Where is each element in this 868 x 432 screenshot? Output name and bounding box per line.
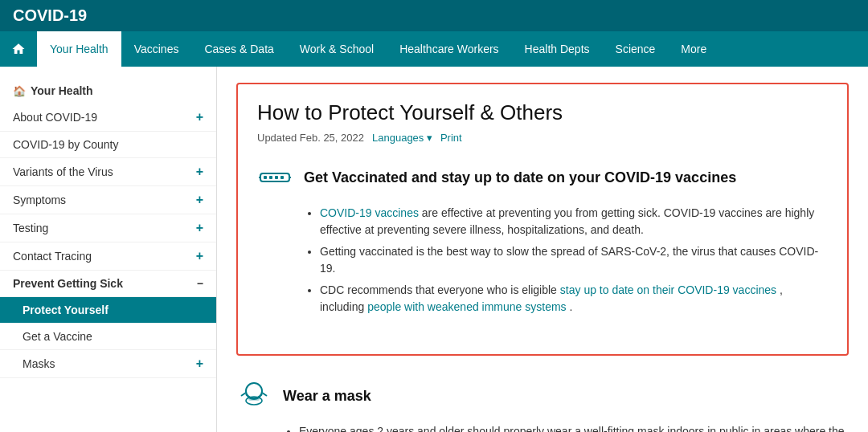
covid-vaccines-link[interactable]: COVID-19 vaccines — [320, 206, 419, 219]
section-vaccines-body: COVID-19 vaccines are effective at preve… — [257, 205, 828, 316]
sidebar: 🏠 Your Health About COVID-19 + COVID-19 … — [0, 67, 217, 432]
sidebar-item-contact-tracing[interactable]: Contact Tracing + — [0, 242, 216, 271]
svg-rect-10 — [248, 397, 260, 401]
vaccine-bullet-1: COVID-19 vaccines are effective at preve… — [320, 205, 828, 238]
banner-title: COVID-19 — [13, 6, 87, 24]
main-layout: 🏠 Your Health About COVID-19 + COVID-19 … — [0, 67, 868, 432]
svg-line-9 — [262, 393, 267, 396]
vaccine-bullet-2: Getting vaccinated is the best way to sl… — [320, 243, 828, 277]
section-vaccines-header: Get Vaccinated and stay up to date on yo… — [257, 160, 828, 195]
page-meta: Updated Feb. 25, 2022 Languages ▾ Print — [257, 132, 828, 144]
section-mask-header: Wear a mask — [236, 378, 849, 414]
section-vaccines: Get Vaccinated and stay up to date on yo… — [257, 160, 828, 316]
nav-item-cases-data[interactable]: Cases & Data — [191, 31, 286, 67]
nav-item-science[interactable]: Science — [603, 31, 669, 67]
svg-line-8 — [241, 393, 246, 396]
mask-bullet-1: Everyone ages 2 years and older should p… — [299, 423, 849, 432]
svg-rect-3 — [275, 176, 278, 179]
section-mask-title: Wear a mask — [283, 388, 371, 405]
nav-item-your-health[interactable]: Your Health — [37, 31, 121, 67]
house-icon: 🏠 — [13, 85, 26, 97]
nav-item-work-school[interactable]: Work & School — [287, 31, 387, 67]
plus-icon-masks: + — [196, 357, 203, 371]
print-link[interactable]: Print — [440, 132, 462, 144]
content-area: How to Protect Yourself & Others Updated… — [217, 67, 868, 432]
sidebar-item-about-covid[interactable]: About COVID-19 + — [0, 104, 216, 132]
plus-icon-contact: + — [196, 249, 203, 263]
sidebar-sub-get-vaccine[interactable]: Get a Vaccine — [0, 324, 216, 350]
sidebar-section-prevent[interactable]: Prevent Getting Sick − — [0, 271, 216, 297]
svg-rect-2 — [269, 176, 272, 179]
languages-link[interactable]: Languages ▾ — [372, 132, 432, 144]
weakened-immune-link[interactable]: people with weakened immune systems — [367, 300, 566, 313]
highlight-box: How to Protect Yourself & Others Updated… — [236, 83, 849, 356]
nav-item-vaccines[interactable]: Vaccines — [121, 31, 192, 67]
home-button[interactable] — [0, 31, 37, 67]
sidebar-item-symptoms[interactable]: Symptoms + — [0, 186, 216, 214]
vaccine-bullet-3: CDC recommends that everyone who is elig… — [320, 282, 828, 316]
top-banner: COVID-19 — [0, 0, 868, 31]
svg-rect-4 — [280, 176, 284, 179]
minus-icon: − — [197, 277, 203, 290]
plus-icon-testing: + — [196, 221, 203, 235]
sidebar-header: 🏠 Your Health — [0, 79, 216, 104]
vaccine-icon — [257, 160, 293, 195]
section-vaccines-title: Get Vaccinated and stay up to date on yo… — [304, 169, 736, 186]
section-mask-body: Everyone ages 2 years and older should p… — [236, 423, 849, 432]
stay-up-to-date-link[interactable]: stay up to date on their COVID-19 vaccin… — [560, 283, 776, 296]
nav-item-healthcare-workers[interactable]: Healthcare Workers — [387, 31, 511, 67]
plus-icon-symptoms: + — [196, 193, 203, 207]
sidebar-sub-protect-yourself[interactable]: Protect Yourself — [0, 297, 216, 324]
nav-item-health-depts[interactable]: Health Depts — [512, 31, 603, 67]
mask-icon — [236, 378, 272, 414]
page-title: How to Protect Yourself & Others — [257, 100, 828, 125]
section-mask: Wear a mask Everyone ages 2 years and ol… — [236, 378, 849, 432]
nav-item-more[interactable]: More — [668, 31, 719, 67]
svg-rect-1 — [264, 176, 267, 179]
sidebar-item-testing[interactable]: Testing + — [0, 214, 216, 242]
navbar: Your Health Vaccines Cases & Data Work &… — [0, 31, 868, 67]
plus-icon-variants: + — [196, 165, 203, 179]
sidebar-item-covid-county[interactable]: COVID-19 by County — [0, 132, 216, 158]
sidebar-sub-masks[interactable]: Masks + — [0, 350, 216, 378]
plus-icon: + — [196, 110, 203, 124]
updated-date: Updated Feb. 25, 2022 — [257, 132, 364, 144]
sidebar-item-variants[interactable]: Variants of the Virus + — [0, 158, 216, 186]
